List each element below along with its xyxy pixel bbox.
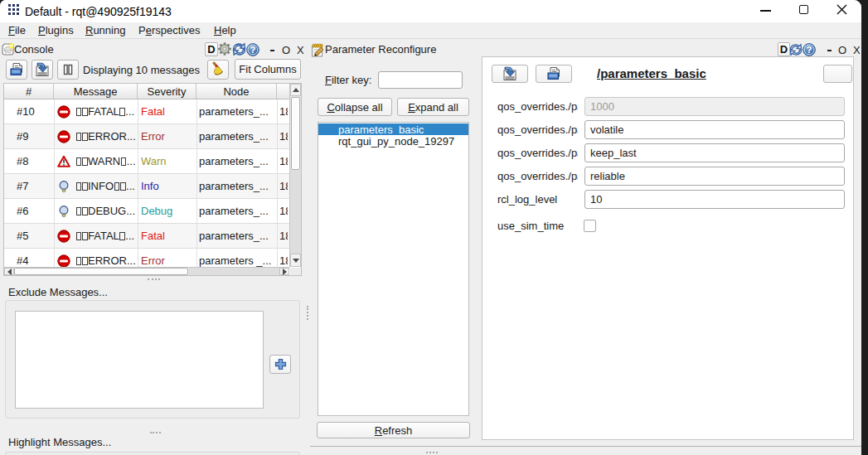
svg-text:?: ?: [250, 45, 255, 55]
svg-text:?: ?: [806, 45, 812, 55]
